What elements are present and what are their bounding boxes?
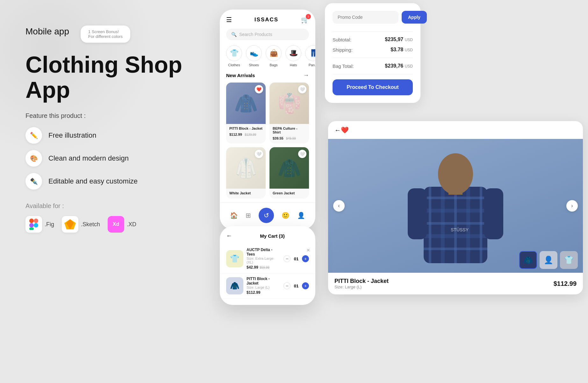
thumbnail-2[interactable]: 👤	[540, 251, 557, 269]
subtotal-row: Subtotal: $235,97 USD	[333, 37, 413, 42]
see-all-arrow[interactable]: →	[303, 72, 309, 79]
cart-title: My Cart (3)	[236, 233, 309, 239]
cart-header: ← My Cart (3)	[220, 233, 315, 244]
feature-label: Feature this product :	[25, 112, 210, 119]
product-card-3[interactable]: 🥼 🤍 White Jacket	[226, 147, 266, 199]
product-info-4: Green Jacket	[269, 189, 309, 199]
remove-item-1[interactable]: ✕	[306, 248, 310, 253]
svg-rect-0	[29, 219, 34, 223]
cart-item-1: 👕 AUCTP Delta - Tees Size: Extra Large (…	[220, 244, 315, 273]
bag-total-value: $239,76 USD	[385, 63, 413, 69]
svg-rect-2	[29, 223, 34, 228]
search-bar[interactable]: 🔍 Search Products	[226, 29, 309, 40]
shipping-value: $3.78 USD	[391, 47, 413, 53]
shipping-label: Shipping:	[333, 47, 353, 53]
svg-rect-20	[448, 188, 463, 195]
profile-nav-icon[interactable]: 👤	[297, 212, 305, 219]
qty-decrease-1[interactable]: −	[283, 255, 290, 262]
feature-list: ✏️ Free illustration 🎨 Clean and modern …	[25, 127, 210, 190]
cart-item-image-2: 🧥	[226, 277, 243, 294]
apply-button[interactable]: Apply	[402, 11, 427, 24]
category-bags[interactable]: 👜 Bags	[266, 45, 282, 67]
category-list: 👕 Clothes 👟 Shoes 👜 Bags 🎩 Hats 👖 Pan...	[220, 45, 315, 72]
qty-control-2: − 01 +	[283, 282, 309, 289]
product-card-1[interactable]: 🧥 ❤️ PITTI Block - Jacket $112.99 $139.9…	[226, 83, 266, 143]
app-title: Clothing Shop App	[25, 52, 210, 103]
thumbnail-3[interactable]: 👕	[560, 251, 578, 269]
phone-header: ☰ ISSACS 🛒 3	[220, 16, 315, 29]
fab-button[interactable]: ↺	[259, 208, 274, 223]
qty-decrease-2[interactable]: −	[283, 282, 290, 289]
heart-nav-icon[interactable]: 🙂	[282, 212, 290, 219]
divider-3	[333, 74, 413, 74]
add-icon: ↺	[264, 212, 269, 219]
svg-rect-1	[34, 219, 38, 223]
phone-main-mockup: ☰ ISSACS 🛒 3 🔍 Search Products 👕 Clothes…	[220, 10, 315, 229]
hats-icon: 🎩	[285, 45, 301, 61]
list-item: ✒️ Editable and easy customize	[25, 173, 210, 190]
thumbnail-1[interactable]: 🧥	[519, 251, 537, 269]
detail-size: Size: Large (L)	[334, 285, 389, 289]
category-clothes[interactable]: 👕 Clothes	[226, 45, 242, 67]
shipping-row: Shipping: $3.78 USD	[333, 47, 413, 53]
detail-product-price: $112.99	[554, 280, 577, 287]
heart-filled-icon: ❤️	[256, 87, 262, 92]
cart-item-image-1: 👕	[226, 250, 243, 267]
favorite-btn-4[interactable]: 🤍	[298, 150, 306, 158]
platform-figma: .Fig	[25, 216, 54, 233]
heart-empty-icon-3: 🤍	[256, 152, 262, 156]
promo-code-input[interactable]	[333, 11, 398, 24]
favorite-btn-1[interactable]: ❤️	[255, 85, 263, 93]
pencil-icon: ✏️	[25, 127, 42, 144]
svg-rect-21	[408, 188, 427, 239]
checkout-card: Apply Subtotal: $235,97 USD Shipping: $3…	[325, 3, 420, 103]
svg-text:STÜSSY: STÜSSY	[451, 227, 469, 232]
qty-increase-2[interactable]: +	[302, 282, 309, 289]
cart-back-icon[interactable]: ←	[226, 233, 232, 239]
mobile-app-label: Mobile app	[25, 26, 69, 37]
qty-increase-1[interactable]: +	[302, 255, 309, 262]
favorite-detail-icon[interactable]: ❤️	[341, 126, 349, 134]
list-item: ✏️ Free illustration	[25, 127, 210, 144]
favorite-btn-3[interactable]: 🤍	[255, 150, 263, 158]
clothes-icon: 👕	[226, 45, 242, 61]
grid-nav-icon[interactable]: ⊞	[246, 212, 251, 219]
cart-item-2: 🧥 PITTI Block - Jacket Size: Large (L) $…	[220, 273, 315, 299]
search-placeholder: Search Products	[239, 32, 272, 37]
palette-icon: 🎨	[25, 150, 42, 167]
favorite-btn-2[interactable]: 🤍	[298, 85, 306, 93]
category-hats[interactable]: 🎩 Hats	[285, 45, 301, 67]
category-shoes[interactable]: 👟 Shoes	[246, 45, 262, 67]
category-pants[interactable]: 👖 Pan...	[305, 45, 315, 67]
product-card-4[interactable]: 🧥 🤍 Green Jacket	[269, 147, 309, 199]
xd-icon: Xd	[108, 216, 124, 233]
cart-icon[interactable]: 🛒 3	[301, 16, 309, 24]
product-detail-image: STÜSSY ‹ › 🧥 👤 👕	[328, 139, 583, 273]
bags-icon: 👜	[266, 45, 282, 61]
bonus-badge: 1 Screen Bonus! For different colors	[81, 25, 130, 43]
detail-next-button[interactable]: ›	[566, 200, 578, 212]
product-card-2[interactable]: 👘 🤍 BEPA Culture - Shirt $39.55 $49.99	[269, 83, 309, 143]
new-arrivals-title: New Arrivals	[226, 73, 255, 78]
promo-row: Apply	[333, 11, 413, 24]
brand-name: ISSACS	[255, 17, 278, 23]
platform-list: .Fig .Sketch Xd .XD	[25, 216, 210, 233]
detail-header: ← ❤️ 🛒 3	[328, 121, 583, 139]
detail-product-name: PITTI Block - Jacket	[334, 278, 389, 285]
detail-product-info: PITTI Block - Jacket Size: Large (L)	[334, 278, 389, 289]
detail-prev-button[interactable]: ‹	[333, 200, 345, 212]
menu-icon[interactable]: ☰	[226, 16, 232, 24]
subtotal-label: Subtotal:	[333, 37, 351, 42]
back-icon[interactable]: ←	[334, 126, 341, 134]
left-section: Mobile app 1 Screen Bonus! For different…	[25, 25, 210, 233]
product-info-2: BEPA Culture - Shirt $39.55 $49.99	[269, 124, 309, 143]
qty-value-1: 01	[293, 257, 299, 261]
proceed-to-checkout-button[interactable]: Proceed To Checkout	[333, 79, 413, 95]
pants-icon: 👖	[305, 45, 315, 61]
home-nav-icon[interactable]: 🏠	[230, 212, 238, 219]
sketch-icon	[62, 216, 78, 233]
svg-rect-3	[29, 228, 34, 230]
list-item: 🎨 Clean and modern design	[25, 150, 210, 167]
figma-icon	[25, 216, 42, 233]
qty-value-2: 01	[293, 284, 299, 288]
